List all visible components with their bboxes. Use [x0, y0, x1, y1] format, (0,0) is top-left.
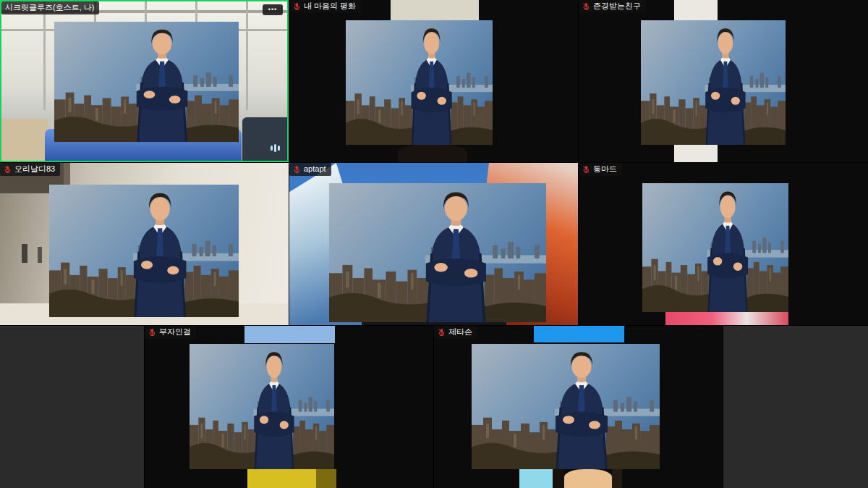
participant-name: 시크릿클루즈(호스트, 나) [5, 3, 94, 12]
bg-shape [391, 0, 479, 22]
participant-name: 제타손 [448, 327, 472, 337]
participant-tile[interactable]: 제타손 [434, 326, 723, 488]
participant-tile[interactable]: 동마드 [579, 163, 868, 325]
participant-video [329, 183, 546, 322]
muted-mic-icon [293, 165, 301, 174]
participant-name: 내 마음의 평화 [304, 1, 356, 11]
muted-mic-icon [148, 328, 156, 337]
muted-mic-icon [4, 165, 12, 174]
bg-shape [1, 119, 48, 161]
bg-shape [244, 326, 335, 343]
muted-mic-icon [438, 328, 446, 337]
bg-shape [612, 469, 622, 488]
more-options-button[interactable]: ••• [263, 4, 283, 15]
participant-name-tag: 동마드 [579, 163, 622, 176]
empty-gallery-strip [0, 326, 144, 488]
bg-shape [534, 326, 624, 342]
participant-name: 부자인걸 [159, 327, 191, 337]
participant-tile[interactable]: 오리날디83 [0, 163, 289, 325]
participant-name: 존경받는친구 [593, 1, 641, 11]
participant-tile-host[interactable]: 시크릿클루즈(호스트, 나) ••• [0, 0, 289, 162]
muted-mic-icon [582, 165, 590, 174]
participant-tile[interactable]: 존경받는친구 [579, 0, 868, 162]
bg-shape [246, 1, 248, 110]
participant-name: 동마드 [593, 164, 617, 174]
participant-name-tag: 오리날디83 [0, 163, 60, 176]
bg-shape [43, 1, 46, 110]
muted-mic-icon [293, 2, 301, 11]
bg-shape [564, 469, 612, 488]
muted-mic-icon [582, 2, 590, 11]
empty-gallery-strip [723, 326, 868, 488]
participant-video [641, 20, 786, 145]
meeting-gallery: 시크릿클루즈(호스트, 나) ••• 내 마음의 평화 존경받는친구 [0, 0, 868, 488]
participant-tile[interactable]: 내 마음의 평화 [289, 0, 578, 162]
participant-name-tag: 제타손 [434, 326, 477, 339]
audio-level-icon [271, 143, 280, 152]
participant-tile[interactable]: aptapt [289, 163, 578, 325]
bg-shape [553, 469, 564, 488]
bg-shape [38, 247, 42, 263]
participant-name-tag: aptapt [289, 163, 331, 176]
participant-video [346, 20, 493, 145]
participant-name-tag: 존경받는친구 [579, 0, 646, 13]
participant-name-tag: 내 마음의 평화 [289, 0, 361, 13]
bg-shape [398, 143, 467, 162]
participant-video [49, 185, 239, 317]
participant-video [190, 344, 334, 469]
participant-name-tag: 시크릿클루즈(호스트, 나) [1, 1, 99, 14]
bg-shape [242, 117, 287, 161]
participant-tile[interactable]: 부자인걸 [145, 326, 433, 488]
bg-shape [22, 244, 27, 263]
participant-name-tag: 부자인걸 [145, 326, 196, 339]
participant-name: aptapt [304, 164, 326, 174]
bg-shape [316, 469, 336, 488]
participant-video [642, 183, 788, 312]
bg-shape [519, 469, 553, 488]
participant-video [54, 22, 239, 142]
participant-name: 오리날디83 [14, 164, 55, 174]
participant-video [472, 344, 660, 469]
bg-shape [247, 469, 316, 488]
